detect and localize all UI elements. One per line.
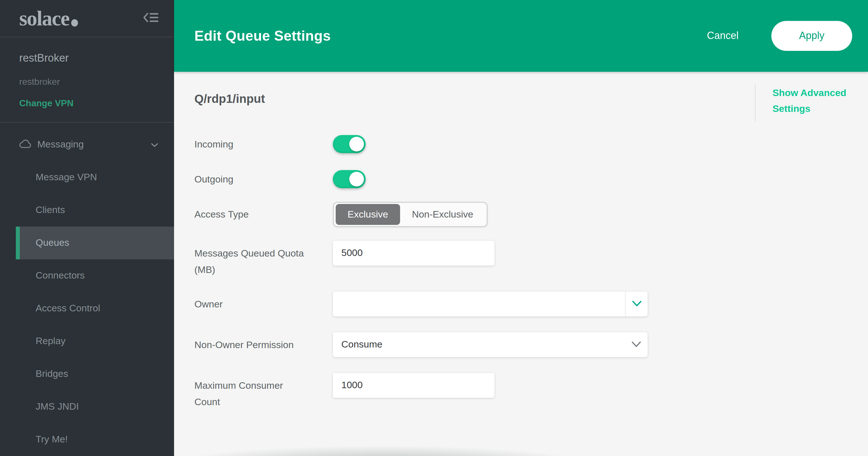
messages-queued-quota-row: Messages Queued Quota (MB) [194,241,868,278]
sidebar-item-clients[interactable]: Clients [0,194,174,226]
owner-input[interactable] [333,292,625,316]
collapse-sidebar-icon [143,11,159,26]
access-type-option-non-exclusive[interactable]: Non-Exclusive [400,204,485,225]
app-window: solace restBroker restbroker Change VPN [0,0,868,456]
broker-block: restBroker restbroker Change VPN [0,37,174,123]
sidebar-nav: Messaging Message VPN Clients Queues Con… [0,123,174,456]
edit-queue-form: Q/rdp1/input Show Advanced Settings Inco… [174,72,868,456]
owner-combobox[interactable] [333,292,648,316]
queue-settings-form: Incoming Outgoing Access Type Exclusive [194,132,868,410]
advanced-settings-block: Show Advanced Settings [755,84,852,121]
access-type-option-exclusive[interactable]: Exclusive [336,204,400,225]
sidebar-item-label: Clients [36,205,65,216]
incoming-row: Incoming [194,132,868,153]
solace-logo-dot [71,19,78,27]
sidebar-logo-row: solace [0,0,174,37]
current-vpn-name: restbroker [19,77,155,87]
access-type-label: Access Type [194,202,333,223]
messages-queued-quota-label: Messages Queued Quota (MB) [194,241,333,278]
access-type-segmented-control: Exclusive Non-Exclusive [333,202,488,227]
queue-name: Q/rdp1/input [194,92,265,106]
sidebar-section-messaging[interactable]: Messaging [0,128,174,161]
solace-logo-text: solace [19,8,69,29]
sidebar-item-try-me[interactable]: Try Me! [0,423,174,456]
non-owner-permission-select[interactable]: Consume [333,332,648,357]
incoming-label: Incoming [194,132,333,153]
sidebar-item-label: Message VPN [36,172,97,183]
messages-queued-quota-input[interactable] [333,241,494,266]
access-type-row: Access Type Exclusive Non-Exclusive [194,202,868,227]
outgoing-toggle[interactable] [333,170,366,188]
apply-button[interactable]: Apply [771,21,852,51]
sidebar-item-label: JMS JNDI [36,401,79,413]
maximum-consumer-count-input[interactable] [333,373,494,398]
non-owner-permission-row: Non-Owner Permission Consume [194,332,868,357]
non-owner-permission-value: Consume [333,339,625,350]
non-owner-permission-dropdown-button[interactable] [625,332,648,357]
sidebar-item-label: Try Me! [36,434,68,445]
show-advanced-settings-link[interactable]: Show Advanced Settings [773,85,852,117]
cloud-icon [18,139,32,151]
page-title: Edit Queue Settings [194,28,331,44]
sidebar-item-label: Replay [36,336,66,347]
sidebar-item-label: Access Control [36,303,100,314]
outgoing-label: Outgoing [194,167,333,188]
change-vpn-link[interactable]: Change VPN [19,98,155,109]
sidebar-item-message-vpn[interactable]: Message VPN [0,161,174,194]
collapse-sidebar-button[interactable] [143,11,159,26]
toggle-knob [349,137,364,151]
sidebar-section-label: Messaging [37,139,84,150]
sidebar-item-queues[interactable]: Queues [0,226,174,260]
sidebar-item-access-control[interactable]: Access Control [0,292,174,325]
owner-row: Owner [194,292,868,316]
owner-label: Owner [194,292,333,312]
toggle-knob [349,172,364,186]
outgoing-row: Outgoing [194,167,868,188]
cancel-button[interactable]: Cancel [707,30,739,42]
sidebar-item-bridges[interactable]: Bridges [0,358,174,391]
page-header: Edit Queue Settings Cancel Apply [174,0,868,72]
owner-dropdown-button[interactable] [625,292,648,316]
chevron-down-icon [151,140,158,150]
maximum-consumer-count-row: Maximum Consumer Count [194,373,868,410]
incoming-toggle[interactable] [333,135,366,153]
sidebar-item-jms-jndi[interactable]: JMS JNDI [0,391,174,423]
bottom-content-shadow [174,440,664,456]
chevron-down-icon [631,299,642,309]
sidebar-item-connectors[interactable]: Connectors [0,260,174,292]
title-row: Q/rdp1/input Show Advanced Settings [194,84,868,126]
solace-logo: solace [19,8,78,29]
maximum-consumer-count-label: Maximum Consumer Count [194,373,333,410]
broker-name: restBroker [19,52,155,64]
sidebar-item-label: Connectors [36,270,85,281]
chevron-down-icon [631,340,641,350]
non-owner-permission-label: Non-Owner Permission [194,332,333,353]
sidebar-item-label: Bridges [36,368,68,380]
sidebar-item-label: Queues [36,237,69,249]
sidebar: solace restBroker restbroker Change VPN [0,0,174,456]
sidebar-item-replay[interactable]: Replay [0,325,174,358]
main-area: Edit Queue Settings Cancel Apply Q/rdp1/… [174,0,868,456]
